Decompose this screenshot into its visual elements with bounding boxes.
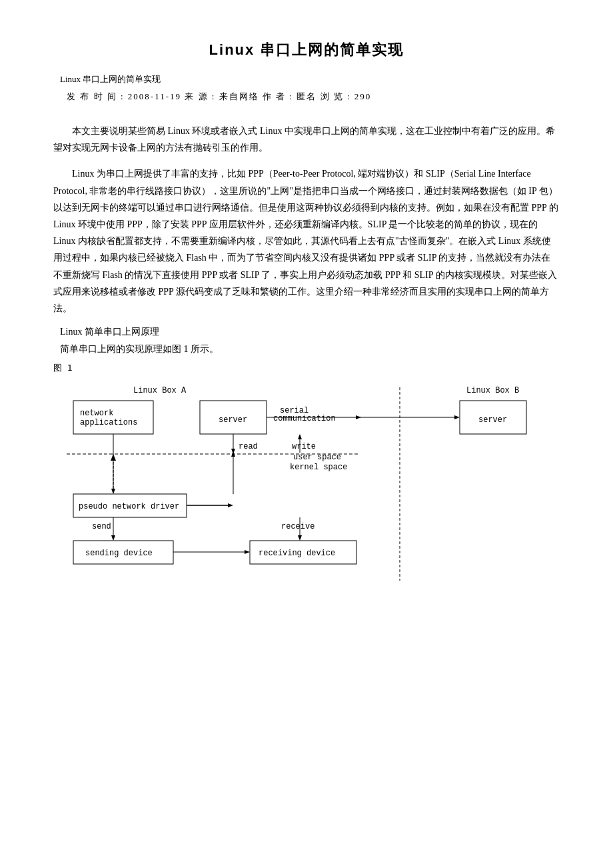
page-title: Linux 串口上网的简单实现: [53, 40, 560, 60]
serial-comm-text2: communication: [273, 414, 336, 423]
receiving-device-text: receiving device: [259, 549, 335, 558]
server-left-text: server: [219, 415, 247, 425]
read-label: read: [239, 442, 258, 451]
server-right-text: server: [478, 415, 507, 425]
kernel-space-label: kernel space: [290, 463, 347, 472]
pseudo-network-driver-text: pseudo network driver: [79, 502, 179, 511]
box-a-label: Linux Box A: [133, 386, 187, 395]
diagram-label: 图 1: [53, 362, 560, 374]
sending-device-text: sending device: [85, 549, 153, 558]
section1-heading: Linux 简单串口上网原理: [60, 326, 560, 338]
network-applications-text2: applications: [80, 418, 137, 427]
paragraph-2: Linux 为串口上网提供了丰富的支持，比如 PPP（Peer-to-Peer …: [53, 165, 560, 317]
network-applications-text: network: [80, 409, 113, 418]
box-b-label: Linux Box B: [466, 386, 519, 395]
write-label: write: [292, 442, 316, 451]
article-subtitle: Linux 串口上网的简单实现: [60, 73, 560, 85]
send-label: send: [92, 522, 111, 531]
paragraph-1: 本文主要说明某些简易 Linux 环境或者嵌入式 Linux 中实现串口上网的简…: [53, 123, 560, 156]
section1-intro: 简单串口上网的实现原理如图 1 所示。: [60, 343, 560, 355]
article-meta: 发 布 时 间 : 2008-11-19 来 源 : 来自网络 作 者 : 匿名…: [67, 91, 560, 103]
receive-label: receive: [281, 522, 314, 531]
svg-marker-19: [111, 454, 116, 461]
diagram: Linux Box A Linux Box B network applicat…: [53, 381, 560, 590]
